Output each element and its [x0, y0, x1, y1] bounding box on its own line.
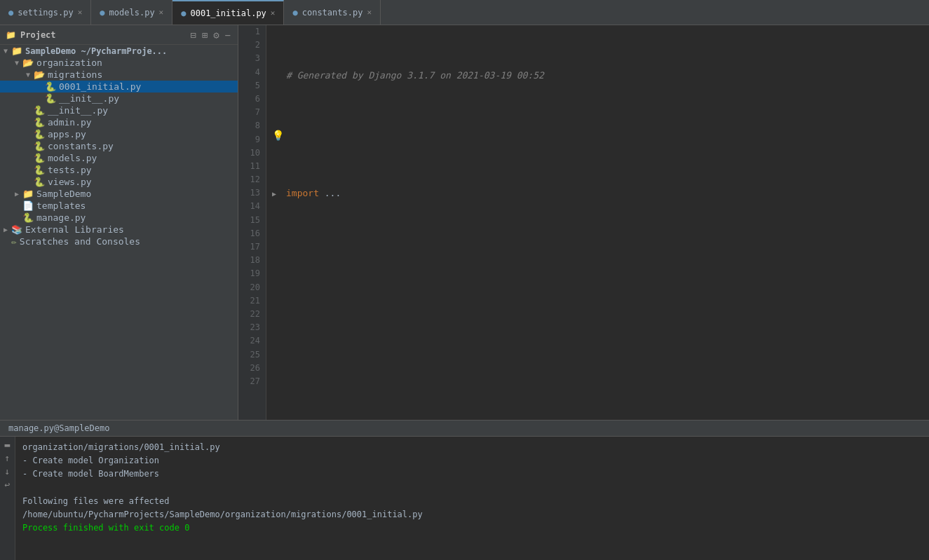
py-file-icon: 🐍	[45, 93, 56, 104]
tree-item[interactable]: ▼ 📂 organization	[0, 57, 238, 69]
line-content-1: # Generated by Django 3.1.7 on 2021-03-1…	[286, 69, 544, 83]
terminal-line-1: organization/migrations/0001_initial.py	[22, 441, 922, 454]
hint-icon: 💡	[272, 130, 284, 141]
project-sidebar: 📁 Project ⊟ ⊞ ⚙ − ▼ 📁 SampleDemo ~/Pycha…	[0, 25, 238, 420]
bottom-panel-content: ▬ ↑ ↓ ↩ organization/migrations/0001_ini…	[0, 437, 929, 560]
sidebar-title-label: Project	[20, 30, 56, 40]
tree-label: SampleDemo	[36, 189, 91, 199]
sidebar-btn-4[interactable]: ↩	[5, 479, 11, 490]
tree-label: migrations	[48, 69, 102, 80]
bottom-panel: manage.py@SampleDemo ▬ ↑ ↓ ↩ organizatio…	[0, 420, 929, 560]
tree-label: 0001_initial.py	[59, 81, 141, 92]
line-content-3b: ...	[319, 186, 341, 201]
terminal-line-3: - Create model BoardMembers	[22, 467, 922, 481]
line-content-3: import	[286, 186, 319, 201]
tree-item[interactable]: 🐍 __init__.py	[0, 93, 238, 104]
py-file-icon: 🐍	[34, 117, 45, 128]
tree-item[interactable]: ▼ 📂 migrations	[0, 69, 238, 81]
tree-item[interactable]: 🐍 views.py	[0, 176, 238, 188]
tree-label: manage.py	[36, 212, 86, 223]
collapse-icon[interactable]: ⊟	[189, 28, 197, 42]
sidebar-btn-1[interactable]: ▬	[5, 439, 11, 450]
tree-arrow: ▼	[22, 71, 34, 78]
tree-item-templates[interactable]: 📄 templates	[0, 200, 238, 212]
tree-label: organization	[36, 57, 102, 68]
code-content: 1 2 3 4 5 6 7 8 9 10 11 12 13 14 15 16 1…	[238, 25, 929, 420]
code-line-5	[272, 289, 923, 303]
folder-icon: 📁	[11, 46, 22, 56]
tree-item[interactable]: 🐍 admin.py	[0, 116, 238, 128]
tree-label: __init__.py	[48, 105, 108, 116]
tree-label: models.py	[48, 153, 97, 163]
project-icon: 📁	[6, 30, 16, 40]
py-file-icon: 🐍	[22, 212, 34, 223]
terminal-line-5: Following files were affected	[22, 495, 922, 508]
tab-label: settings.py	[18, 8, 73, 18]
tab-settings-py[interactable]: ● settings.py ✕	[0, 0, 91, 25]
py-file-icon: 🐍	[45, 81, 56, 92]
gutter-3: ▶	[272, 188, 286, 200]
tree-item[interactable]: 🐍 __init__.py	[0, 104, 238, 116]
scroll-icon[interactable]: ⊞	[201, 28, 209, 42]
folder-icon: 📂	[22, 57, 34, 68]
tree-item-sampledemo[interactable]: ▶ 📁 SampleDemo	[0, 188, 238, 200]
tree-item[interactable]: ▼ 📁 SampleDemo ~/PycharmProje...	[0, 45, 238, 57]
terminal-line-4	[22, 482, 922, 495]
code-editor[interactable]: 1 2 3 4 5 6 7 8 9 10 11 12 13 14 15 16 1…	[238, 25, 929, 420]
tree-label: Scratches and Consoles	[20, 236, 140, 247]
tree-item-scratches[interactable]: ✏ Scratches and Consoles	[0, 235, 238, 247]
gutter-2: 💡	[272, 128, 286, 143]
tree-label: apps.py	[48, 129, 86, 139]
tree-item[interactable]: 🐍 apps.py	[0, 128, 238, 140]
sidebar-title: 📁 Project	[6, 30, 56, 40]
py-file-icon: 🐍	[34, 165, 45, 175]
terminal-line-6: /home/ubuntu/PycharmProjects/SampleDemo/…	[22, 508, 922, 521]
bottom-panel-title: manage.py@SampleDemo	[8, 423, 110, 433]
fold-arrow[interactable]: ▶	[272, 190, 276, 198]
tree-label: views.py	[48, 177, 92, 187]
py-file-icon: 🐍	[34, 177, 45, 187]
code-line-7	[272, 376, 923, 391]
code-line-3: ▶ import ...	[272, 186, 923, 201]
code-line-2: 💡	[272, 128, 923, 143]
minimize-icon[interactable]: −	[224, 28, 232, 42]
tree-label: SampleDemo ~/PycharmProje...	[25, 46, 167, 56]
tab-models-py[interactable]: ● models.py ✕	[91, 0, 172, 25]
terminal-output: organization/migrations/0001_initial.py …	[15, 437, 929, 560]
tree-arrow: ▼	[11, 59, 22, 67]
tree-item[interactable]: 🐍 constants.py	[0, 140, 238, 152]
close-icon[interactable]: ✕	[367, 8, 372, 17]
tree-label: tests.py	[48, 165, 92, 175]
close-icon[interactable]: ✕	[159, 8, 164, 17]
tree-arrow: ▼	[0, 47, 11, 55]
tab-label: 0001_initial.py	[190, 8, 266, 18]
sidebar-btn-3[interactable]: ↓	[5, 466, 11, 477]
tree-label: constants.py	[48, 141, 114, 151]
tab-label: constants.py	[302, 8, 363, 18]
sidebar-btn-2[interactable]: ↑	[5, 453, 11, 463]
tree-label: admin.py	[48, 117, 92, 128]
settings-icon[interactable]: ⚙	[212, 28, 220, 42]
tree-arrow: ▶	[11, 190, 22, 198]
py-icon: ●	[8, 8, 13, 18]
tree-item-manage[interactable]: 🐍 manage.py	[0, 212, 238, 224]
main-content: 📁 Project ⊟ ⊞ ⚙ − ▼ 📁 SampleDemo ~/Pycha…	[0, 25, 929, 420]
tree-label: External Libraries	[25, 224, 124, 235]
tree-item-0001-initial[interactable]: 🐍 0001_initial.py	[0, 81, 238, 93]
code-lines: # Generated by Django 3.1.7 on 2021-03-1…	[266, 25, 929, 420]
tab-label: models.py	[109, 8, 155, 18]
tab-constants-py[interactable]: ● constants.py ✕	[284, 0, 381, 25]
lib-icon: 📚	[11, 224, 22, 235]
tree-item-ext-libs[interactable]: ▶ 📚 External Libraries	[0, 224, 238, 235]
code-line-4	[272, 245, 923, 260]
code-line-1: # Generated by Django 3.1.7 on 2021-03-1…	[272, 69, 923, 83]
tree-item[interactable]: 🐍 models.py	[0, 152, 238, 164]
bottom-sidebar: ▬ ↑ ↓ ↩	[0, 437, 15, 560]
close-icon[interactable]: ✕	[271, 8, 276, 18]
py-file-icon: 🐍	[34, 105, 45, 116]
close-icon[interactable]: ✕	[78, 8, 83, 17]
code-line-6	[272, 332, 923, 347]
scratch-icon: ✏	[11, 236, 17, 247]
tree-item[interactable]: 🐍 tests.py	[0, 164, 238, 176]
tab-0001-initial-py[interactable]: ● 0001_initial.py ✕	[172, 0, 284, 25]
